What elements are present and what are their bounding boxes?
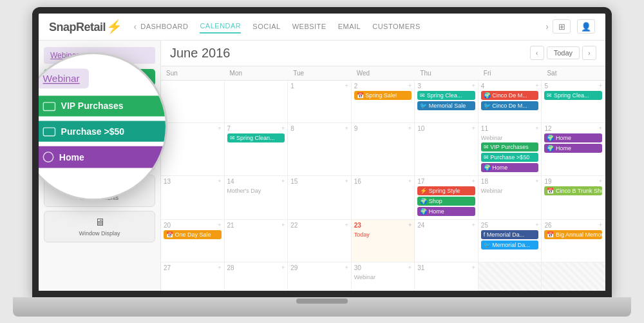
event-memorial-tw[interactable]: 🐦 Memorial Da... — [481, 240, 539, 250]
cal-add-btn[interactable]: + — [472, 178, 475, 184]
cal-cell-jun22: 22+ — [288, 220, 352, 262]
cal-add-btn[interactable]: + — [345, 222, 348, 228]
cal-add-btn[interactable]: + — [408, 222, 412, 228]
nav-dashboard[interactable]: DASHBOARD — [140, 20, 188, 33]
cal-add-btn[interactable]: + — [345, 83, 348, 89]
cal-add-btn[interactable]: + — [345, 264, 348, 271]
cal-add-btn[interactable]: + — [345, 125, 348, 132]
event-memorial-sale[interactable]: 🐦 Memorial Sale — [417, 101, 475, 110]
event-shop[interactable]: 🌍 Shop — [417, 197, 475, 206]
cal-add-btn[interactable]: + — [599, 83, 602, 89]
cal-add-btn[interactable]: + — [281, 178, 285, 184]
cal-add-btn[interactable]: + — [408, 264, 412, 271]
event-vip-purchases[interactable]: ✉ VIP Purchases — [481, 142, 539, 152]
cal-date: 24+ — [417, 222, 475, 229]
cal-cell-empty3 — [478, 262, 542, 291]
cal-date: 17+ — [417, 178, 475, 185]
cal-add-btn[interactable]: + — [281, 125, 285, 132]
nav-social[interactable]: SOCIAL — [252, 20, 280, 33]
nav-customers[interactable]: CUSTOMERS — [372, 20, 421, 33]
cal-add-btn[interactable]: + — [281, 222, 285, 228]
cal-cell-jun4: 4+ 🌍 Cinco De M... 🐦 Cinco De M... — [478, 81, 542, 122]
event-home-2[interactable]: 🌍 Home — [544, 133, 602, 142]
window-display-tool[interactable]: 🖥 Window Display — [44, 211, 155, 242]
cal-cell-jun27: 27+ — [161, 262, 225, 291]
laptop-screen: SnapRetail⚡ ‹ DASHBOARD CALENDAR SOCIAL … — [32, 7, 612, 297]
day-fri: Fri — [478, 66, 542, 80]
mothers-day-label: Mother's Day — [227, 186, 285, 195]
cal-week-3: 13+ 14+ Mother's Day 15+ 1 — [161, 176, 605, 220]
cal-add-btn[interactable]: + — [408, 125, 412, 132]
cal-add-btn[interactable]: + — [281, 264, 285, 271]
event-spring-style[interactable]: ⚡ Spring Style — [417, 186, 475, 195]
event-home-1[interactable]: 🌍 Home — [481, 163, 539, 172]
event-memorial-fb[interactable]: f Memorial Da... — [481, 230, 539, 239]
cal-week-4: 20+ 📅 One Day Sale 21+ 22+ — [161, 220, 605, 262]
cal-add-btn[interactable]: + — [599, 178, 602, 184]
cal-add-btn[interactable]: + — [535, 178, 538, 184]
cal-add-btn[interactable]: + — [218, 178, 221, 184]
mag-home-label: Home — [59, 152, 84, 161]
cal-today-button[interactable]: Today — [547, 46, 580, 59]
cal-add-btn[interactable]: + — [472, 222, 475, 228]
cal-date: 6+ — [164, 125, 222, 132]
cal-add-btn[interactable]: + — [535, 222, 538, 228]
mag-purchase-btn[interactable]: Purchase >$50 — [34, 121, 167, 141]
event-home-3[interactable]: 🌍 Home — [544, 144, 602, 153]
top-nav: SnapRetail⚡ ‹ DASHBOARD CALENDAR SOCIAL … — [39, 14, 605, 41]
nav-calendar[interactable]: CALENDAR — [200, 19, 241, 34]
calendar-area: June 2016 ‹ Today › Sun Mon Tue Wed — [161, 41, 605, 291]
mag-email-icon — [43, 101, 56, 110]
nav-email[interactable]: EMAIL — [338, 20, 361, 33]
cal-add-btn[interactable]: + — [345, 178, 348, 184]
cal-add-btn[interactable]: + — [218, 125, 221, 132]
cal-add-btn[interactable]: + — [218, 222, 221, 228]
event-spring-sale[interactable]: 📅 Spring Sale! — [354, 91, 412, 100]
grid-view-button[interactable]: ⊞ — [553, 19, 571, 34]
day-thu: Thu — [415, 66, 478, 80]
event-spring-clea2[interactable]: ✉ Spring Clea... — [544, 91, 602, 100]
cal-add-btn[interactable]: + — [408, 83, 412, 89]
nav-more-arrow[interactable]: › — [542, 21, 553, 32]
cal-add-btn[interactable]: + — [472, 264, 475, 271]
event-big-annual[interactable]: 📅 Big Annual Memorial Day Sale! — [544, 230, 602, 239]
event-one-day-sale[interactable]: 📅 One Day Sale — [164, 230, 222, 239]
day-sat: Sat — [542, 66, 605, 80]
mag-home-btn[interactable]: Home — [34, 146, 167, 168]
event-cinco-de-m1[interactable]: 🌍 Cinco De M... — [481, 91, 539, 100]
event-home-4[interactable]: 🌍 Home — [417, 207, 475, 216]
cal-add-btn[interactable]: + — [599, 125, 602, 132]
cal-date-today: 23+ — [354, 222, 412, 229]
cal-add-btn[interactable]: + — [218, 264, 221, 271]
calendar-header: June 2016 ‹ Today › — [161, 41, 605, 66]
mag-vip-btn[interactable]: VIP Purchases — [34, 95, 167, 116]
event-spring-clea1[interactable]: ✉ Spring Clea... — [417, 91, 475, 100]
event-cinco-de-m2[interactable]: 🐦 Cinco De M... — [481, 101, 539, 110]
laptop-notch — [296, 299, 348, 304]
cal-cell-jun2: 2+ 📅 Spring Sale! — [352, 81, 415, 122]
cal-cell-jun18: 18+ Webinar — [478, 176, 542, 219]
cal-date: 19+ — [544, 178, 602, 185]
cal-add-btn[interactable]: + — [535, 125, 538, 132]
webinar-label3: Webinar — [354, 273, 412, 282]
nav-prev-arrow[interactable]: ‹ — [130, 21, 141, 32]
cal-add-btn[interactable]: + — [599, 222, 602, 228]
cal-add-btn[interactable]: + — [472, 125, 475, 132]
laptop-container: SnapRetail⚡ ‹ DASHBOARD CALENDAR SOCIAL … — [13, 7, 631, 317]
cal-add-btn[interactable]: + — [472, 83, 475, 89]
day-sun: Sun — [161, 66, 225, 80]
event-spring-clean[interactable]: ✉ Spring Clean... — [227, 133, 285, 142]
cal-add-btn[interactable]: + — [408, 178, 412, 184]
user-profile-button[interactable]: 👤 — [577, 19, 595, 34]
cal-next-button[interactable]: › — [582, 46, 596, 60]
cal-date: 14+ — [227, 178, 285, 185]
event-purchase-50[interactable]: ✉ Purchase >$50 — [481, 153, 539, 162]
nav-website[interactable]: WEBSITE — [292, 20, 327, 33]
cal-add-btn[interactable]: + — [535, 83, 538, 89]
cal-date: 10+ — [417, 125, 475, 132]
nav-items: DASHBOARD CALENDAR SOCIAL WEBSITE EMAIL … — [140, 19, 542, 34]
event-cinco-trunk[interactable]: 📅 Cinco B Trunk Show — [544, 186, 602, 195]
cal-prev-button[interactable]: ‹ — [530, 46, 544, 60]
cal-cell-jun20: 20+ 📅 One Day Sale — [161, 220, 225, 262]
cal-date: 5+ — [544, 83, 602, 90]
